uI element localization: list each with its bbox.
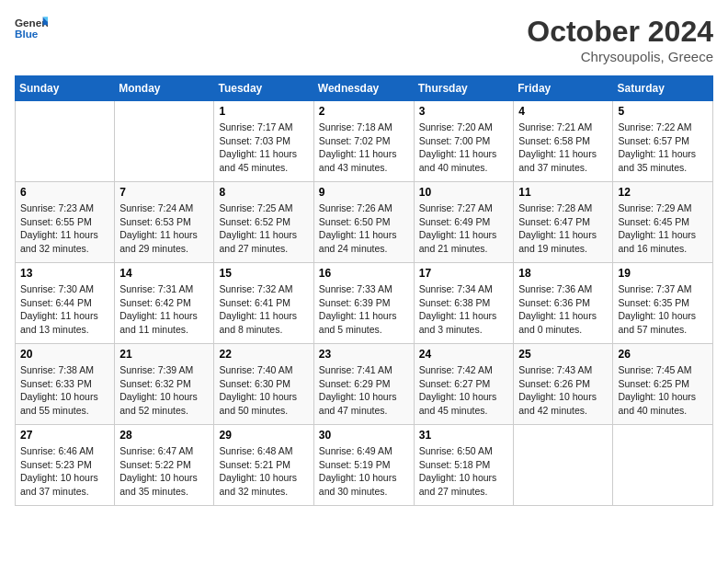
table-row: 31Sunrise: 6:50 AM Sunset: 5:18 PM Dayli… <box>414 425 514 506</box>
day-info: Sunrise: 7:26 AM Sunset: 6:50 PM Dayligh… <box>319 201 409 256</box>
day-number: 13 <box>20 267 109 280</box>
day-number: 31 <box>419 429 509 442</box>
table-row <box>613 425 713 506</box>
day-info: Sunrise: 7:21 AM Sunset: 6:58 PM Dayligh… <box>518 121 608 175</box>
day-info: Sunrise: 7:25 AM Sunset: 6:52 PM Dayligh… <box>219 201 308 256</box>
col-saturday: Saturday <box>613 76 713 101</box>
day-info: Sunrise: 7:36 AM Sunset: 6:36 PM Dayligh… <box>518 282 608 337</box>
day-number: 22 <box>219 348 308 361</box>
calendar-week-row: 6Sunrise: 7:23 AM Sunset: 6:55 PM Daylig… <box>16 182 713 263</box>
table-row: 20Sunrise: 7:38 AM Sunset: 6:33 PM Dayli… <box>16 344 115 425</box>
month-title: October 2024 <box>527 15 713 49</box>
day-number: 25 <box>518 348 608 361</box>
day-info: Sunrise: 7:43 AM Sunset: 6:26 PM Dayligh… <box>518 363 608 418</box>
day-info: Sunrise: 7:39 AM Sunset: 6:32 PM Dayligh… <box>119 363 209 418</box>
day-info: Sunrise: 7:37 AM Sunset: 6:35 PM Dayligh… <box>618 282 708 337</box>
day-number: 28 <box>119 429 209 442</box>
day-info: Sunrise: 7:17 AM Sunset: 7:03 PM Dayligh… <box>219 121 308 175</box>
table-row: 4Sunrise: 7:21 AM Sunset: 6:58 PM Daylig… <box>514 101 613 182</box>
table-row: 17Sunrise: 7:34 AM Sunset: 6:38 PM Dayli… <box>414 263 514 344</box>
table-row: 26Sunrise: 7:45 AM Sunset: 6:25 PM Dayli… <box>613 344 713 425</box>
day-number: 19 <box>618 267 708 280</box>
day-info: Sunrise: 7:22 AM Sunset: 6:57 PM Dayligh… <box>618 121 708 175</box>
day-info: Sunrise: 7:40 AM Sunset: 6:30 PM Dayligh… <box>219 363 308 418</box>
table-row: 30Sunrise: 6:49 AM Sunset: 5:19 PM Dayli… <box>313 425 414 506</box>
day-number: 3 <box>419 105 509 118</box>
col-monday: Monday <box>115 76 214 101</box>
day-info: Sunrise: 7:33 AM Sunset: 6:39 PM Dayligh… <box>319 282 409 337</box>
day-info: Sunrise: 6:50 AM Sunset: 5:18 PM Dayligh… <box>419 444 509 499</box>
table-row: 5Sunrise: 7:22 AM Sunset: 6:57 PM Daylig… <box>613 101 713 182</box>
title-block: October 2024 Chrysoupolis, Greece <box>527 15 713 64</box>
day-info: Sunrise: 6:47 AM Sunset: 5:22 PM Dayligh… <box>119 444 209 499</box>
day-info: Sunrise: 7:24 AM Sunset: 6:53 PM Dayligh… <box>119 201 209 256</box>
day-info: Sunrise: 7:41 AM Sunset: 6:29 PM Dayligh… <box>319 363 409 418</box>
day-number: 11 <box>518 186 608 199</box>
day-number: 29 <box>219 429 308 442</box>
svg-text:Blue: Blue <box>15 28 39 40</box>
table-row: 25Sunrise: 7:43 AM Sunset: 6:26 PM Dayli… <box>514 344 613 425</box>
day-info: Sunrise: 7:31 AM Sunset: 6:42 PM Dayligh… <box>119 282 209 337</box>
table-row: 12Sunrise: 7:29 AM Sunset: 6:45 PM Dayli… <box>613 182 713 263</box>
day-number: 24 <box>419 348 509 361</box>
table-row: 28Sunrise: 6:47 AM Sunset: 5:22 PM Dayli… <box>115 425 214 506</box>
col-sunday: Sunday <box>16 76 115 101</box>
calendar-header-row: Sunday Monday Tuesday Wednesday Thursday… <box>16 76 713 101</box>
day-info: Sunrise: 7:23 AM Sunset: 6:55 PM Dayligh… <box>20 201 109 256</box>
table-row: 13Sunrise: 7:30 AM Sunset: 6:44 PM Dayli… <box>16 263 115 344</box>
table-row: 18Sunrise: 7:36 AM Sunset: 6:36 PM Dayli… <box>514 263 613 344</box>
day-number: 18 <box>518 267 608 280</box>
day-number: 4 <box>518 105 608 118</box>
table-row: 15Sunrise: 7:32 AM Sunset: 6:41 PM Dayli… <box>214 263 313 344</box>
day-number: 9 <box>319 186 409 199</box>
day-number: 1 <box>219 105 308 118</box>
calendar-week-row: 1Sunrise: 7:17 AM Sunset: 7:03 PM Daylig… <box>16 101 713 182</box>
day-number: 8 <box>219 186 308 199</box>
table-row: 19Sunrise: 7:37 AM Sunset: 6:35 PM Dayli… <box>613 263 713 344</box>
day-number: 27 <box>20 429 109 442</box>
calendar-week-row: 27Sunrise: 6:46 AM Sunset: 5:23 PM Dayli… <box>16 425 713 506</box>
day-number: 5 <box>618 105 708 118</box>
day-info: Sunrise: 7:18 AM Sunset: 7:02 PM Dayligh… <box>319 121 409 175</box>
table-row: 24Sunrise: 7:42 AM Sunset: 6:27 PM Dayli… <box>414 344 514 425</box>
day-number: 14 <box>119 267 209 280</box>
day-number: 30 <box>319 429 409 442</box>
calendar-week-row: 13Sunrise: 7:30 AM Sunset: 6:44 PM Dayli… <box>16 263 713 344</box>
location-subtitle: Chrysoupolis, Greece <box>527 49 713 64</box>
day-number: 7 <box>119 186 209 199</box>
day-info: Sunrise: 7:45 AM Sunset: 6:25 PM Dayligh… <box>618 363 708 418</box>
table-row: 9Sunrise: 7:26 AM Sunset: 6:50 PM Daylig… <box>313 182 414 263</box>
calendar-table: Sunday Monday Tuesday Wednesday Thursday… <box>15 75 713 506</box>
table-row: 23Sunrise: 7:41 AM Sunset: 6:29 PM Dayli… <box>313 344 414 425</box>
day-number: 10 <box>419 186 509 199</box>
day-info: Sunrise: 6:49 AM Sunset: 5:19 PM Dayligh… <box>319 444 409 499</box>
table-row: 21Sunrise: 7:39 AM Sunset: 6:32 PM Dayli… <box>115 344 214 425</box>
table-row: 6Sunrise: 7:23 AM Sunset: 6:55 PM Daylig… <box>16 182 115 263</box>
table-row <box>115 101 214 182</box>
day-number: 17 <box>419 267 509 280</box>
col-wednesday: Wednesday <box>313 76 414 101</box>
table-row: 1Sunrise: 7:17 AM Sunset: 7:03 PM Daylig… <box>214 101 313 182</box>
table-row: 10Sunrise: 7:27 AM Sunset: 6:49 PM Dayli… <box>414 182 514 263</box>
day-number: 12 <box>618 186 708 199</box>
day-number: 26 <box>618 348 708 361</box>
table-row <box>16 101 115 182</box>
calendar-week-row: 20Sunrise: 7:38 AM Sunset: 6:33 PM Dayli… <box>16 344 713 425</box>
day-info: Sunrise: 7:29 AM Sunset: 6:45 PM Dayligh… <box>618 201 708 256</box>
day-number: 23 <box>319 348 409 361</box>
day-number: 16 <box>319 267 409 280</box>
day-info: Sunrise: 7:28 AM Sunset: 6:47 PM Dayligh… <box>518 201 608 256</box>
day-info: Sunrise: 6:46 AM Sunset: 5:23 PM Dayligh… <box>20 444 109 499</box>
table-row: 11Sunrise: 7:28 AM Sunset: 6:47 PM Dayli… <box>514 182 613 263</box>
table-row: 22Sunrise: 7:40 AM Sunset: 6:30 PM Dayli… <box>214 344 313 425</box>
day-info: Sunrise: 7:42 AM Sunset: 6:27 PM Dayligh… <box>419 363 509 418</box>
day-info: Sunrise: 6:48 AM Sunset: 5:21 PM Dayligh… <box>219 444 308 499</box>
day-info: Sunrise: 7:20 AM Sunset: 7:00 PM Dayligh… <box>419 121 509 175</box>
day-number: 15 <box>219 267 308 280</box>
logo-icon: General Blue <box>15 15 48 40</box>
table-row: 8Sunrise: 7:25 AM Sunset: 6:52 PM Daylig… <box>214 182 313 263</box>
col-friday: Friday <box>514 76 613 101</box>
table-row: 7Sunrise: 7:24 AM Sunset: 6:53 PM Daylig… <box>115 182 214 263</box>
table-row: 29Sunrise: 6:48 AM Sunset: 5:21 PM Dayli… <box>214 425 313 506</box>
day-info: Sunrise: 7:30 AM Sunset: 6:44 PM Dayligh… <box>20 282 109 337</box>
